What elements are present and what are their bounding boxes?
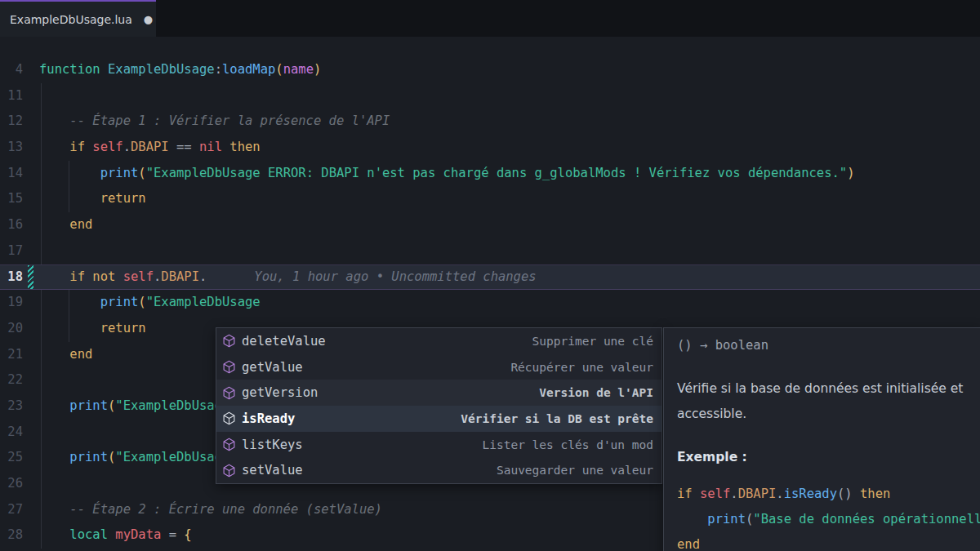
code-line-15[interactable]: 15 return [0,186,980,212]
suggest-item-isReady[interactable]: isReadyVérifier si la DB est prête [216,406,662,432]
line-number[interactable]: 15 [0,186,23,212]
indent-guide [41,109,42,135]
method-icon [222,438,236,451]
line-number[interactable]: 26 [0,471,23,497]
suggestion-detail: Lister les clés d'un mod [482,438,653,451]
code-token: DBAPI [161,269,199,284]
code-token [39,450,69,464]
line-number[interactable]: 25 [0,445,23,471]
indent-guide [41,445,42,471]
code-token: name [283,62,314,77]
line-number[interactable]: 28 [0,522,23,549]
modified-dot-icon[interactable]: ● [144,13,153,25]
code-token: ( [746,512,753,527]
code-line-16[interactable]: 16 end [0,212,980,238]
code-token [39,347,69,362]
line-number[interactable]: 19 [0,290,23,316]
indent-guide [41,522,42,549]
line-number[interactable]: 21 [0,342,23,368]
code-token: "ExampleDbUsage ERROR: DBAPI n'est pas c… [146,166,848,180]
code-token: nil [199,140,222,154]
code-line-4[interactable]: 4function ExampleDbUsage:loadMap(name) [0,57,980,83]
indent-guide [69,290,69,316]
code-token: . [730,487,737,501]
code-token: print [707,512,746,527]
code-token: print [100,295,139,309]
suggestion-label: listKeys [242,438,303,452]
code-token: end [69,217,92,232]
code-token: : [215,62,222,77]
code-token: . [154,269,161,284]
line-number[interactable]: 13 [0,135,23,161]
suggest-item-getVersion[interactable]: getVersionVersion de l'API [216,380,662,406]
suggestion-label: setValue [242,463,303,478]
code-line-13[interactable]: 13 if self.DBAPI == nil then [0,135,980,161]
code-token [39,113,69,128]
code-line-12[interactable]: 12 -- Étape 1 : Vérifier la présence de … [0,109,980,135]
suggest-item-getValue[interactable]: getValueRécupérer une valeur [216,354,662,380]
line-number[interactable]: 22 [0,367,23,393]
code-token [39,502,69,517]
suggestion-label: deleteValue [242,334,326,349]
code-token: "Base de données opérationnelle" [753,512,980,527]
code-token [39,191,100,206]
code-token: -- Étape 1 : Vérifier la présence de l'A… [69,113,390,128]
line-number[interactable]: 12 [0,109,23,135]
code-token: return [100,321,146,335]
example-label: Exemple : [677,448,967,466]
line-number[interactable]: 14 [0,161,23,187]
code-token: ( [108,398,115,413]
suggest-item-setValue[interactable]: setValueSauvegarder une valeur [216,457,662,483]
code-line-17[interactable]: 17 [0,238,980,264]
code-token: () [837,487,853,501]
line-number[interactable]: 27 [0,497,23,523]
suggest-item-listKeys[interactable]: listKeysLister les clés d'un mod [216,432,662,458]
code-token: DBAPI [131,140,169,154]
method-description: Vérifie si la base de données est initia… [677,376,967,427]
code-token: if [677,487,700,501]
indent-guide [41,83,42,109]
tab-bar: ExampleDbUsage.lua ● [0,0,980,37]
indent-guide [41,393,42,420]
tab-exampledbusage-lua[interactable]: ExampleDbUsage.lua ● [0,0,156,37]
indent-guide [41,238,42,264]
code-token [39,217,69,232]
line-number[interactable]: 24 [0,420,23,446]
indent-guide [69,316,69,342]
code-token: ) [847,166,854,180]
line-number[interactable]: 23 [0,393,23,420]
line-number[interactable]: 4 [0,57,23,83]
indent-guide [69,186,69,212]
line-number[interactable]: 18 [0,264,23,291]
code-token [39,398,69,413]
code-token: . [123,140,131,154]
code-token [39,166,100,180]
code-line-11[interactable]: 11 [0,83,980,109]
code-token: return [100,191,146,206]
example-code-line: print("Base de données opérationnelle" [677,507,967,532]
suggestion-docs-panel: () → boolean Vérifie si la base de donné… [663,327,980,551]
code-line-14[interactable]: 14 print("ExampleDbUsage ERROR: DBAPI n'… [0,161,980,187]
code-token: ( [138,166,145,180]
indent-guide [41,186,42,212]
code-token: self [700,487,730,501]
code-editor[interactable]: 4function ExampleDbUsage:loadMap(name)11… [0,37,980,551]
indent-guide [41,135,42,161]
method-icon [222,334,236,348]
suggestion-label: getVersion [242,385,318,400]
line-number[interactable]: 16 [0,212,23,238]
line-number[interactable]: 11 [0,83,23,109]
line-number[interactable]: 17 [0,238,23,264]
code-token: "ExampleDbUsage [146,295,261,309]
suggest-item-deleteValue[interactable]: deleteValueSupprimer une clé [216,328,662,354]
code-token: . [776,487,783,501]
method-icon [222,386,236,400]
code-token: then [222,140,261,154]
code-token: self [123,269,154,284]
code-line-19[interactable]: 19 print("ExampleDbUsage [0,290,980,316]
code-token: if [69,140,92,154]
indent-guide [41,212,42,238]
line-number[interactable]: 20 [0,316,23,342]
code-line-18[interactable]: 18 if not self.DBAPI.You, 1 hour ago • U… [0,264,980,291]
code-token: local [69,527,115,542]
